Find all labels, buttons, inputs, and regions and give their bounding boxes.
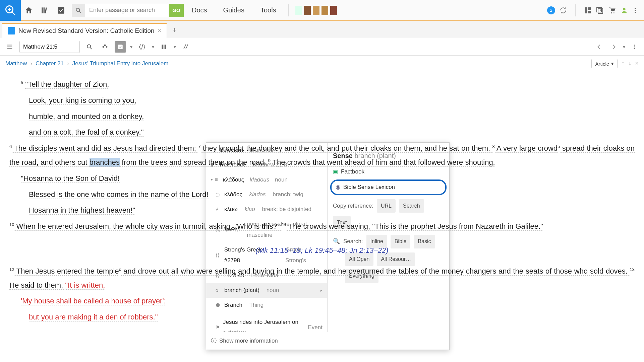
tab-book-icon	[8, 27, 15, 34]
notification-badge[interactable]: 2	[547, 6, 555, 14]
nav-guides[interactable]: Guides	[215, 6, 252, 14]
verse-number: 13	[630, 267, 635, 272]
verse-text: and drove out all who were selling and b…	[121, 267, 630, 276]
breadcrumb-chapter[interactable]: Chapter 21	[36, 60, 64, 67]
svg-point-21	[635, 10, 636, 11]
nav-forward-icon[interactable]	[608, 41, 620, 53]
breadcrumb-book[interactable]: Matthew	[5, 60, 27, 67]
svg-line-27	[91, 48, 92, 49]
verse-text: from the trees and spread them on the ro…	[120, 158, 268, 167]
verse-number: 7	[198, 144, 200, 149]
chevron-down-icon[interactable]: ▾	[130, 44, 132, 50]
article-dropdown[interactable]: Article ▾	[591, 59, 618, 68]
svg-point-17	[611, 12, 612, 13]
chevron-down-icon[interactable]: ▾	[623, 44, 625, 50]
reference-input[interactable]	[19, 41, 80, 53]
verse-text: The crowds that went ahead of him and th…	[271, 158, 495, 167]
verse-text: Look, your king is coming to you,	[29, 96, 136, 105]
tab-nrsvce[interactable]: New Revised Standard Version: Catholic E…	[2, 23, 167, 38]
verse-text: Hosanna in the highest heaven!"	[29, 206, 135, 215]
panel-menu-icon[interactable]	[4, 41, 15, 53]
info-icon: ⓘ	[211, 336, 217, 346]
svg-rect-10	[585, 7, 587, 13]
locator-up-icon[interactable]: ↑	[622, 60, 625, 67]
shortcut-thumb[interactable]	[313, 6, 319, 15]
display-icon[interactable]	[99, 41, 111, 53]
verse-text: When he entered Jerusalem, the whole cit…	[14, 222, 282, 231]
sync-icon[interactable]	[559, 6, 567, 14]
nav-tools[interactable]: Tools	[252, 6, 284, 14]
shortcut-thumb[interactable]	[304, 6, 311, 15]
user-icon[interactable]	[621, 7, 628, 14]
search-panel-icon[interactable]	[84, 41, 95, 53]
svg-rect-11	[588, 7, 591, 10]
svg-point-8	[76, 8, 79, 11]
panel-toolbar: ▾ ▾ ▾ // ▾	[0, 38, 644, 56]
verse-text: He said to them,	[9, 281, 65, 290]
kebab-menu-icon[interactable]	[632, 7, 639, 14]
shortcut-thumb[interactable]	[330, 6, 337, 15]
shortcut-thumbnails	[293, 6, 340, 15]
svg-line-1	[12, 12, 15, 15]
svg-point-36	[634, 48, 635, 49]
columns-icon[interactable]	[158, 41, 170, 53]
top-toolbar: GO Docs Guides Tools 2	[0, 0, 644, 21]
tab-strip: New Revised Standard Version: Catholic E…	[0, 21, 644, 38]
verse-number: 11	[282, 222, 287, 227]
popup-show-more[interactable]: ⓘShow more information	[206, 332, 328, 350]
tab-close-icon[interactable]: ×	[158, 27, 162, 34]
words-of-jesus: "It is written,	[65, 281, 105, 290]
chevron-down-icon[interactable]: ▾	[152, 44, 154, 50]
selected-word[interactable]: branches	[90, 158, 120, 167]
cross-reference[interactable]: (Mk 11:15–19; Lk 19:45–48; Jn 2:13–22)	[255, 246, 388, 255]
shortcut-thumb[interactable]	[295, 6, 302, 15]
svg-point-22	[635, 12, 636, 13]
topbar-right: 2	[547, 4, 644, 16]
verse-text: and on a colt, the foal of a donkey."	[29, 128, 144, 137]
locator-close-icon[interactable]: ×	[635, 60, 639, 67]
app-logo-button[interactable]	[0, 0, 21, 21]
panel-kebab-icon[interactable]	[629, 41, 640, 53]
library-icon[interactable]	[37, 0, 53, 21]
verse-number: 10	[9, 222, 14, 227]
verse-number: 5	[21, 80, 23, 85]
svg-point-18	[613, 12, 614, 13]
parallel-icon[interactable]: //	[180, 41, 191, 53]
nav-back-icon[interactable]	[593, 41, 605, 53]
verse-text: A very large crowd	[495, 144, 558, 153]
layouts-icon[interactable]	[584, 6, 592, 14]
tab-title: New Revised Standard Version: Catholic E…	[18, 27, 155, 34]
verse-text: The disciples went and did as Jesus had …	[12, 144, 198, 153]
bible-text-content: 5 "Tell the daughter of Zion, Look, your…	[0, 72, 644, 332]
svg-point-28	[103, 46, 104, 48]
cart-icon[interactable]	[608, 6, 617, 15]
home-icon[interactable]	[21, 0, 37, 21]
interlinear-icon[interactable]	[136, 41, 148, 53]
svg-rect-33	[165, 45, 166, 49]
verse-text: "Tell the daughter of Zion,	[25, 80, 109, 89]
shortcut-thumb[interactable]	[321, 6, 328, 15]
svg-rect-6	[45, 7, 47, 13]
svg-point-20	[635, 8, 636, 9]
search-icon[interactable]	[72, 4, 85, 17]
verse-number: 12	[9, 267, 14, 272]
svg-rect-31	[118, 45, 123, 49]
go-button[interactable]: GO	[169, 4, 184, 17]
verse-text: Then Jesus entered the temple	[14, 267, 119, 276]
nav-docs[interactable]: Docs	[184, 6, 215, 14]
panel-close-icon[interactable]	[596, 6, 604, 14]
svg-line-9	[79, 11, 81, 12]
tasks-icon[interactable]	[53, 0, 69, 21]
search-input[interactable]	[85, 4, 169, 17]
verse-text: "Hosanna to the Son of David!	[21, 174, 120, 183]
divider	[575, 4, 576, 16]
chevron-right-icon: ›	[30, 60, 32, 67]
tab-add-button[interactable]: +	[167, 22, 182, 38]
svg-rect-4	[42, 7, 43, 13]
chevron-down-icon[interactable]: ▾	[174, 44, 176, 50]
command-search: GO	[72, 4, 184, 17]
svg-rect-12	[588, 11, 591, 13]
visual-filter-icon[interactable]	[115, 41, 126, 53]
breadcrumb-section[interactable]: Jesus' Triumphal Entry into Jerusalem	[72, 60, 169, 67]
locator-down-icon[interactable]: ↓	[629, 60, 632, 67]
